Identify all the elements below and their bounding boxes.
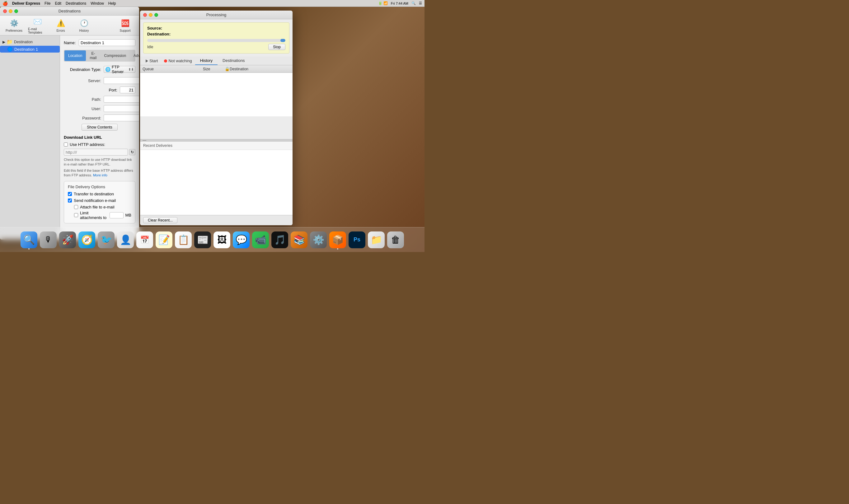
tab-email[interactable]: E-mail — [86, 50, 100, 61]
notification-center-icon[interactable]: ☰ — [419, 1, 422, 5]
use-http-checkbox[interactable] — [64, 143, 68, 146]
destination-type-row: Destination Type: 🌐 FTP Server ⬆⬇ — [64, 66, 135, 73]
processing-minimize-button[interactable] — [149, 13, 153, 17]
maximize-button[interactable] — [14, 9, 18, 13]
tab-destinations[interactable]: Destinations — [217, 57, 250, 65]
minimize-button[interactable] — [9, 9, 13, 13]
support-icon: 🆘 — [120, 18, 130, 28]
menu-help[interactable]: Help — [108, 1, 116, 5]
attach-row: Attach file to e-mail — [68, 205, 131, 210]
use-http-label: Use HTTP address: — [70, 142, 105, 147]
dock-item-trash[interactable]: 🗑 — [387, 232, 404, 248]
dock-item-finder[interactable]: 🔍 — [20, 232, 37, 248]
lock-small-icon: 🔒 — [225, 67, 230, 71]
dock-item-facetime[interactable]: 📹 — [252, 232, 269, 248]
apple-menu[interactable]: 🍎 — [2, 1, 8, 6]
processing-close-button[interactable] — [143, 13, 147, 17]
dock-item-notes[interactable]: 📝 — [156, 232, 172, 248]
send-notification-label: Send notification e-mail — [74, 198, 116, 203]
history-icon: 🕐 — [79, 18, 89, 28]
menu-file[interactable]: File — [45, 1, 50, 5]
safari-icon: 🧭 — [81, 234, 93, 245]
more-info-link[interactable]: More info — [93, 173, 107, 177]
tab-compression[interactable]: Compression — [100, 50, 130, 61]
http-input-row: ↻ — [64, 149, 135, 156]
clear-recent-button[interactable]: Clear Recent... — [143, 217, 177, 223]
limit-checkbox[interactable] — [74, 213, 78, 217]
dock-item-system-prefs[interactable]: ⚙️ — [310, 232, 327, 248]
sidebar-group-label: Destination — [14, 40, 33, 44]
transfer-checkbox[interactable] — [68, 192, 72, 196]
start-tab[interactable]: Start — [143, 57, 161, 65]
user-input[interactable] — [104, 105, 139, 112]
tab-history[interactable]: History — [195, 57, 217, 65]
menu-edit[interactable]: Edit — [55, 1, 61, 5]
app-name[interactable]: Deliver Express — [12, 1, 40, 5]
dock-item-launchpad[interactable]: 🚀 — [59, 232, 76, 248]
info-text-line2: Edit this field if the base HTTP address… — [64, 168, 135, 178]
errors-icon: ⚠️ — [56, 18, 66, 28]
news-icon: 📰 — [197, 234, 209, 245]
search-menubar-icon[interactable]: 🔍 — [411, 1, 416, 5]
refresh-button[interactable]: ↻ — [129, 149, 135, 155]
sidebar-item-destination1[interactable]: 🌐 Destination 1 — [0, 46, 60, 53]
photos-icon: 🖼 — [217, 235, 227, 245]
toolbar-errors[interactable]: ⚠️ Errors — [50, 17, 72, 34]
toolbar-support[interactable]: 🆘 Support — [114, 17, 136, 34]
dock-item-reminders[interactable]: 📋 — [175, 232, 192, 248]
window-title: Destinations — [58, 9, 81, 13]
dock-item-deliver[interactable]: 📦 — [329, 232, 346, 248]
globe-icon: 🌐 — [105, 67, 110, 72]
name-input[interactable] — [79, 39, 135, 46]
dock-item-calendar[interactable]: 📅 — [136, 232, 153, 248]
dock-item-music[interactable]: 🎵 — [271, 232, 288, 248]
destination-type-select[interactable]: 🌐 FTP Server ⬆⬇ — [104, 66, 135, 73]
status-text: Idle — [147, 45, 153, 49]
limit-input[interactable] — [109, 212, 124, 218]
processing-titlebar: Processing — [140, 11, 293, 19]
path-input[interactable] — [104, 96, 139, 103]
dock-item-news[interactable]: 📰 — [194, 232, 211, 248]
toolbar-history[interactable]: 🕐 History — [73, 17, 95, 34]
dock-item-books[interactable]: 📚 — [291, 232, 307, 248]
show-contents-button[interactable]: Show Contents — [82, 124, 117, 131]
menu-destinations[interactable]: Destinations — [66, 1, 86, 5]
processing-maximize-button[interactable] — [154, 13, 158, 17]
dock-item-safari[interactable]: 🧭 — [78, 232, 95, 248]
sidebar-group-header[interactable]: ▶ 📁 Destination — [0, 38, 60, 46]
tab-location[interactable]: Location — [65, 50, 86, 61]
recent-body — [140, 150, 293, 200]
tab-advanced[interactable]: Advanced — [130, 50, 139, 61]
dock-item-siri[interactable]: 🎙 — [40, 232, 57, 248]
password-input[interactable] — [104, 114, 139, 121]
dock-item-photoshop[interactable]: Ps — [349, 232, 365, 248]
toolbar-preferences[interactable]: ⚙️ Preferences — [3, 17, 25, 34]
dock-item-contacts[interactable]: 👤 — [117, 232, 134, 248]
contacts-icon: 👤 — [120, 234, 131, 245]
chevron-right-icon: ▶ — [2, 40, 5, 44]
dock-item-finder2[interactable]: 📁 — [368, 232, 385, 248]
clock: Fri 7:44 AM — [391, 2, 408, 5]
stop-button[interactable]: Stop — [268, 44, 285, 50]
dock-item-mail[interactable]: 🐦 — [98, 232, 114, 248]
http-input[interactable] — [64, 149, 128, 156]
close-button[interactable] — [3, 9, 7, 13]
send-notification-checkbox[interactable] — [68, 198, 72, 202]
menubar: 🍎 Deliver Express File Edit Destinations… — [0, 0, 425, 7]
deliver-icon: 📦 — [332, 234, 343, 245]
system-prefs-icon: ⚙️ — [313, 234, 324, 245]
toolbar-email-templates[interactable]: ✉️ E-mail Templates — [26, 16, 48, 35]
server-input[interactable] — [104, 77, 139, 84]
port-input[interactable] — [120, 87, 135, 93]
email-templates-icon: ✉️ — [32, 17, 42, 27]
dock-item-photos[interactable]: 🖼 — [213, 232, 230, 248]
file-delivery-section: File Delivery Options Transfer to destin… — [64, 181, 135, 223]
attach-checkbox[interactable] — [74, 205, 78, 209]
dock-item-messages[interactable]: 💬 — [233, 232, 250, 248]
progress-row — [147, 39, 285, 42]
processing-title: Processing — [206, 13, 226, 17]
menu-window[interactable]: Window — [91, 1, 104, 5]
info-text-line1: Check this option to use HTTP download l… — [64, 158, 135, 167]
limit-label: Limit attachments to — [80, 211, 108, 220]
transfer-row: Transfer to destination — [68, 192, 131, 196]
